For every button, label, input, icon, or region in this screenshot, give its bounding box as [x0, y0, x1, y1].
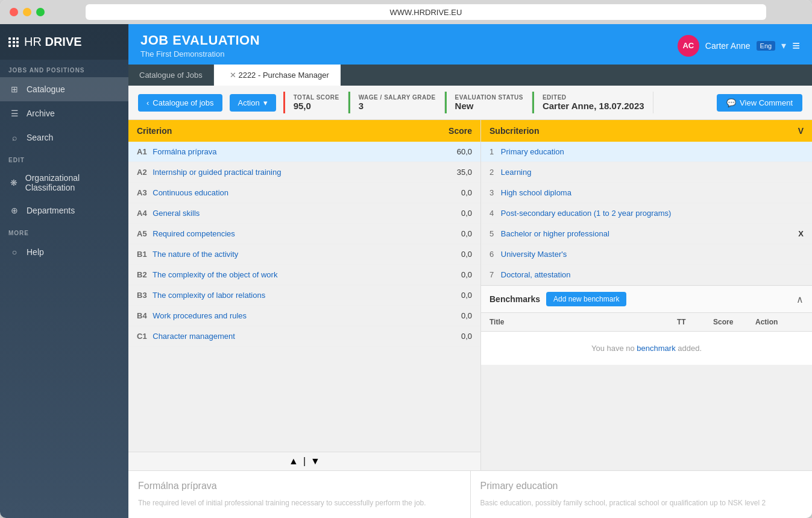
scroll-up-arrow-icon[interactable]: ▲ — [289, 456, 298, 467]
minimize-button[interactable] — [23, 8, 31, 16]
org-class-icon: ❋ — [8, 177, 19, 189]
comment-icon: 💬 — [726, 98, 736, 107]
url-bar[interactable]: WWW.HRDRIVE.EU — [86, 4, 766, 20]
sub-v — [779, 270, 804, 279]
add-benchmark-button[interactable]: Add new benchmark — [546, 292, 626, 306]
tab-purchase-manager[interactable]: ✕ 2222 - Purchase Manager — [214, 65, 341, 86]
sub-v — [779, 188, 804, 197]
criteria-name: Internship or guided practical training — [153, 168, 281, 177]
criteria-row-text: B1 The nature of the activity — [137, 250, 424, 259]
criteria-row[interactable]: A1 Formálna príprava 60,0 — [128, 142, 480, 162]
criteria-row[interactable]: B2 The complexity of the object of work … — [128, 265, 480, 285]
sub-row[interactable]: 1 Primary education — [481, 142, 812, 162]
criteria-score: 0,0 — [424, 291, 472, 300]
scroll-divider: | — [303, 456, 306, 467]
sidebar: HR DRIVE JOBS AND POSITIONS ⊞ Catalogue … — [0, 24, 128, 518]
sub-num: 1 — [489, 147, 494, 156]
action-label: Action — [238, 98, 260, 107]
sidebar-item-org-class[interactable]: ❋ Organizational Classification — [0, 167, 128, 198]
sub-row[interactable]: 7 Doctoral, attestation — [481, 265, 812, 285]
benchmarks-header: Benchmarks Add new benchmark ∧ — [481, 286, 812, 313]
criteria-row[interactable]: B3 The complexity of labor relations 0,0 — [128, 285, 480, 306]
back-button[interactable]: ‹ Catalogue of jobs — [138, 94, 222, 112]
action-button[interactable]: Action ▾ — [230, 94, 276, 112]
close-button[interactable] — [10, 8, 18, 16]
left-desc-text: The required level of initial profession… — [138, 497, 461, 508]
sub-name: High school diploma — [501, 188, 571, 197]
page-subtitle: The First Demonstration — [140, 49, 260, 58]
logo: HR DRIVE — [0, 24, 128, 60]
edited-value: Carter Anne, 18.07.2023 — [543, 101, 644, 111]
sub-name: Primary education — [501, 147, 564, 156]
criteria-row[interactable]: A4 General skills 0,0 — [128, 203, 480, 224]
sub-row[interactable]: 4 Post-secondary education (1 to 2 year … — [481, 203, 812, 224]
sub-row[interactable]: 2 Learning — [481, 162, 812, 183]
criteria-row-text: B3 The complexity of labor relations — [137, 291, 424, 300]
criteria-row[interactable]: B4 Work procedures and rules 0,0 — [128, 306, 480, 326]
sub-v: X — [779, 229, 804, 238]
sub-row-text: 1 Primary education — [489, 147, 779, 156]
maximize-button[interactable] — [36, 8, 45, 16]
catalogue-icon: ⊞ — [8, 83, 20, 95]
sub-row[interactable]: 3 High school diploma — [481, 183, 812, 203]
sub-num: 2 — [489, 168, 494, 177]
criteria-row[interactable]: A3 Continuous education 0,0 — [128, 183, 480, 203]
catalogue-label: Catalogue — [27, 84, 65, 94]
app-window: WWW.HRDRIVE.EU HR DRIVE JOBS AND POSITIO… — [0, 0, 812, 518]
criteria-name: The nature of the activity — [153, 250, 238, 259]
criteria-score: 0,0 — [424, 250, 472, 259]
criteria-name: Required competencies — [153, 229, 235, 238]
benchmark-highlight: benchmark — [637, 344, 675, 353]
description-row: Formálna príprava The required level of … — [128, 470, 812, 518]
tab-close-icon[interactable]: ✕ — [230, 71, 236, 80]
sub-header: Subcriterion V — [481, 120, 812, 142]
criteria-score: 0,0 — [424, 188, 472, 197]
sub-row-text: 7 Doctoral, attestation — [489, 270, 779, 279]
user-name: Carter Anne — [705, 41, 751, 51]
back-chevron-icon: ‹ — [146, 98, 149, 107]
back-button-label: Catalogue of jobs — [153, 98, 213, 107]
benchmarks-title: Benchmarks — [489, 294, 540, 304]
criteria-score: 60,0 — [424, 147, 472, 156]
criterion-col-header: Criterion — [137, 126, 424, 136]
subcriterion-col-header: Subcriterion — [489, 126, 779, 136]
sub-v — [779, 250, 804, 259]
sidebar-item-archive[interactable]: ☰ Archive — [0, 101, 128, 125]
edited-label: EDITED — [543, 94, 644, 101]
criteria-row[interactable]: C1 Character management 0,0 — [128, 326, 480, 347]
sub-row-text: 4 Post-secondary education (1 to 2 year … — [489, 209, 779, 218]
criteria-row-text: B4 Work procedures and rules — [137, 311, 424, 320]
sub-row-text: 2 Learning — [489, 168, 779, 177]
archive-label: Archive — [27, 109, 55, 118]
criteria-row-text: C1 Character management — [137, 332, 424, 341]
criteria-name: Formálna príprava — [153, 147, 216, 156]
toolbar: ‹ Catalogue of jobs Action ▾ TOTAL SCORE… — [128, 86, 812, 120]
tab-catalogue[interactable]: Catalogue of Jobs — [128, 65, 214, 86]
content-area: Criterion Score A1 Formálna príprava 60,… — [128, 120, 812, 470]
criteria-panel: Criterion Score A1 Formálna príprava 60,… — [128, 120, 481, 470]
criteria-header: Criterion Score — [128, 120, 480, 142]
right-desc-panel: Primary education Basic education, possi… — [471, 471, 813, 518]
criteria-row[interactable]: A5 Required competencies 0,0 — [128, 224, 480, 244]
tab-purchase-manager-label: 2222 - Purchase Manager — [238, 71, 329, 80]
sub-name: Doctoral, attestation — [501, 270, 571, 279]
scroll-down-arrow-icon[interactable]: ▼ — [310, 456, 320, 467]
criteria-name: The complexity of the object of work — [153, 270, 277, 279]
sidebar-item-search[interactable]: ⌕ Search — [0, 125, 128, 150]
user-menu-chevron-icon[interactable]: ▾ — [781, 40, 786, 51]
criteria-code: A5 — [137, 229, 147, 238]
hamburger-menu-icon[interactable]: ≡ — [792, 38, 800, 54]
help-icon: ○ — [8, 246, 20, 258]
view-comment-button[interactable]: 💬 View Comment — [717, 94, 802, 112]
sub-v — [779, 209, 804, 218]
benchmarks-collapse-icon[interactable]: ∧ — [796, 294, 804, 305]
criteria-row[interactable]: A2 Internship or guided practical traini… — [128, 162, 480, 183]
sidebar-item-catalogue[interactable]: ⊞ Catalogue — [0, 77, 128, 101]
sub-row[interactable]: 5 Bachelor or higher professional X — [481, 224, 812, 244]
main-content: JOB EVALUATION The First Demonstration A… — [128, 24, 812, 518]
sub-row[interactable]: 6 University Master's — [481, 244, 812, 265]
criteria-row[interactable]: B1 The nature of the activity 0,0 — [128, 244, 480, 265]
sidebar-item-help[interactable]: ○ Help — [0, 240, 128, 264]
criteria-code: B2 — [137, 270, 147, 279]
sidebar-item-departments[interactable]: ⊕ Departments — [0, 198, 128, 223]
